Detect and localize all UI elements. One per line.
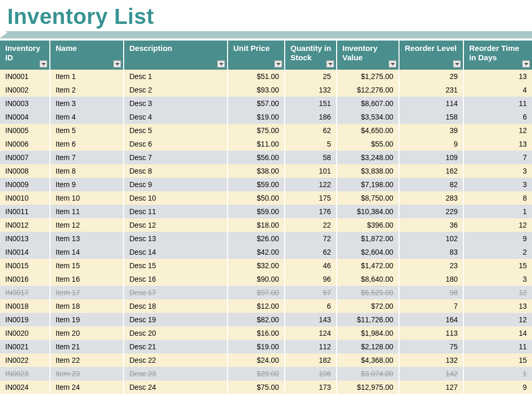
cell-days[interactable]: 11 [463,97,532,110]
cell-days[interactable]: 15 [463,353,532,367]
cell-name[interactable]: Item 22 [50,353,124,367]
cell-id[interactable]: IN0016 [0,272,50,286]
cell-desc[interactable]: Desc 17 [124,286,228,299]
cell-qty[interactable]: 62 [285,124,337,137]
cell-reord[interactable]: 36 [399,218,463,232]
cell-value[interactable]: $3,838.00 [337,164,399,178]
cell-days[interactable]: 7 [463,151,532,164]
cell-id[interactable]: IN0024 [0,380,50,394]
cell-price[interactable]: $38.00 [228,164,285,178]
cell-id[interactable]: IN0014 [0,245,50,259]
cell-name[interactable]: Item 15 [50,259,124,272]
cell-qty[interactable]: 58 [285,151,337,164]
table-row[interactable]: IN0007Item 7Desc 7$56.0058$3,248.001097 [0,151,532,164]
cell-value[interactable]: $1,275.00 [337,70,399,83]
cell-value[interactable]: $4,368.00 [337,353,399,367]
cell-name[interactable]: Item 14 [50,245,124,259]
column-header-qty[interactable]: Quantity in Stock [285,41,337,70]
cell-id[interactable]: IN0003 [0,97,50,110]
cell-name[interactable]: Item 12 [50,218,124,232]
cell-price[interactable]: $19.00 [228,340,285,353]
cell-price[interactable]: $11.00 [228,137,285,151]
cell-reord[interactable]: 75 [399,340,463,353]
cell-qty[interactable]: 96 [285,272,337,286]
cell-id[interactable]: IN0006 [0,137,50,151]
cell-price[interactable]: $29.00 [228,367,285,380]
cell-days[interactable]: 1 [463,367,532,380]
cell-desc[interactable]: Desc 7 [124,151,228,164]
cell-days[interactable]: 12 [463,313,532,326]
cell-desc[interactable]: Desc 24 [124,380,228,394]
table-row[interactable]: IN0021Item 21Desc 21$19.00112$2,128.0075… [0,340,532,353]
cell-reord[interactable]: 113 [399,326,463,340]
filter-dropdown-icon[interactable] [453,60,461,68]
cell-name[interactable]: Item 17 [50,286,124,299]
cell-name[interactable]: Item 20 [50,326,124,340]
cell-price[interactable]: $56.00 [228,151,285,164]
table-row[interactable]: IN0024Item 24Desc 24$75.00173$12,975.001… [0,380,532,394]
cell-price[interactable]: $50.00 [228,191,285,205]
cell-days[interactable]: 13 [463,299,532,313]
cell-name[interactable]: Item 11 [50,205,124,218]
cell-id[interactable]: IN0009 [0,178,50,191]
cell-value[interactable]: $1,472.00 [337,259,399,272]
cell-name[interactable]: Item 7 [50,151,124,164]
cell-price[interactable]: $16.00 [228,326,285,340]
cell-name[interactable]: Item 3 [50,97,124,110]
cell-desc[interactable]: Desc 8 [124,164,228,178]
table-row[interactable]: IN0009Item 9Desc 9$59.00122$7,198.00823 [0,178,532,191]
cell-qty[interactable]: 182 [285,353,337,367]
cell-days[interactable]: 12 [463,218,532,232]
table-row[interactable]: IN0018Item 18Desc 18$12.006$72.00713 [0,299,532,313]
cell-price[interactable]: $19.00 [228,110,285,124]
cell-value[interactable]: $8,607.00 [337,97,399,110]
cell-desc[interactable]: Desc 11 [124,205,228,218]
cell-price[interactable]: $18.00 [228,218,285,232]
cell-qty[interactable]: 176 [285,205,337,218]
cell-qty[interactable]: 62 [285,245,337,259]
table-row[interactable]: IN0006Item 6Desc 6$11.005$55.00913 [0,137,532,151]
cell-days[interactable]: 12 [463,286,532,299]
cell-value[interactable]: $55.00 [337,137,399,151]
cell-qty[interactable]: 46 [285,259,337,272]
table-row[interactable]: IN0016Item 16Desc 16$90.0096$8,640.00180… [0,272,532,286]
cell-desc[interactable]: Desc 22 [124,353,228,367]
cell-value[interactable]: $396.00 [337,218,399,232]
cell-days[interactable]: 3 [463,272,532,286]
cell-name[interactable]: Item 2 [50,83,124,97]
filter-dropdown-icon[interactable] [113,60,121,68]
cell-desc[interactable]: Desc 21 [124,340,228,353]
table-row[interactable]: IN0010Item 10Desc 10$50.00175$8,750.0028… [0,191,532,205]
filter-dropdown-icon[interactable] [326,60,334,68]
table-row[interactable]: IN0001Item 1Desc 1$51.0025$1,275.002913 [0,70,532,83]
column-header-name[interactable]: Name [50,41,124,70]
table-row[interactable]: IN0005Item 5Desc 5$75.0062$4,650.003912 [0,124,532,137]
cell-name[interactable]: Item 4 [50,110,124,124]
table-row[interactable]: IN0014Item 14Desc 14$42.0062$2,604.00832 [0,245,532,259]
filter-dropdown-icon[interactable] [522,60,530,68]
cell-days[interactable]: 15 [463,259,532,272]
cell-days[interactable]: 3 [463,178,532,191]
cell-id[interactable]: IN0007 [0,151,50,164]
cell-days[interactable]: 4 [463,83,532,97]
cell-desc[interactable]: Desc 9 [124,178,228,191]
cell-price[interactable]: $90.00 [228,272,285,286]
cell-price[interactable]: $51.00 [228,70,285,83]
table-row[interactable]: IN0023Item 23Desc 23$29.00106$3,074.0014… [0,367,532,380]
cell-desc[interactable]: Desc 18 [124,299,228,313]
cell-qty[interactable]: 57 [285,286,337,299]
cell-name[interactable]: Item 6 [50,137,124,151]
cell-qty[interactable]: 132 [285,83,337,97]
cell-price[interactable]: $26.00 [228,232,285,245]
cell-price[interactable]: $75.00 [228,124,285,137]
cell-reord[interactable]: 98 [399,286,463,299]
cell-id[interactable]: IN0017 [0,286,50,299]
cell-value[interactable]: $11,726.00 [337,313,399,326]
cell-name[interactable]: Item 1 [50,70,124,83]
table-row[interactable]: IN0022Item 22Desc 22$24.00182$4,368.0013… [0,353,532,367]
cell-desc[interactable]: Desc 3 [124,97,228,110]
cell-reord[interactable]: 102 [399,232,463,245]
filter-dropdown-icon[interactable] [389,60,396,68]
cell-value[interactable]: $10,384.00 [337,205,399,218]
cell-desc[interactable]: Desc 13 [124,232,228,245]
